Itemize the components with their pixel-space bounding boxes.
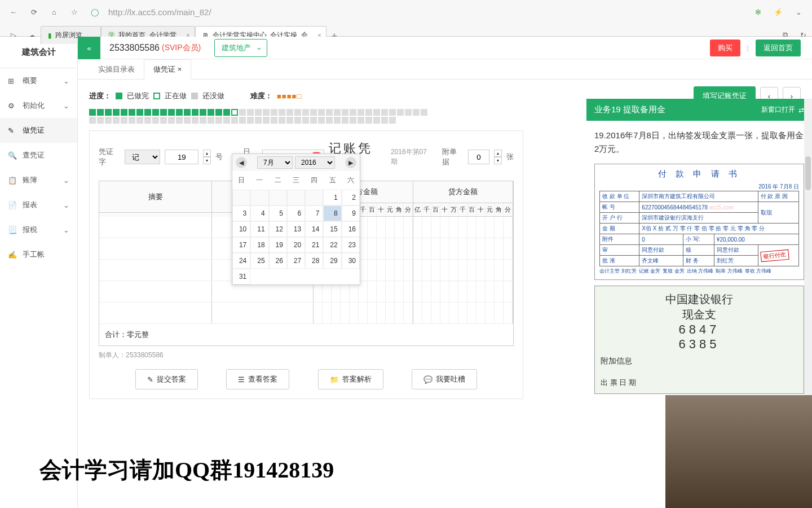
reload-button[interactable]: ⟳ [27,5,41,19]
cal-day-15[interactable]: 15 [323,221,341,237]
collapse-sidebar-button[interactable]: « [78,37,100,59]
cal-day-24[interactable]: 24 [232,253,250,269]
progress-cell[interactable] [223,109,230,116]
cal-day-14[interactable]: 14 [305,221,323,237]
cal-day-11[interactable]: 11 [250,221,268,237]
progress-cell[interactable] [129,117,135,124]
favorite-button[interactable]: ☆ [68,5,81,19]
progress-cell[interactable] [208,109,214,116]
progress-cell[interactable] [413,109,420,116]
progress-cell[interactable] [200,109,206,116]
progress-cell[interactable] [176,109,183,116]
sidebar-item-2[interactable]: ✎做凭证 [0,118,77,143]
progress-cell[interactable] [121,117,127,124]
progress-cell[interactable] [365,109,372,116]
progress-cell[interactable] [184,117,191,124]
progress-cell[interactable] [144,109,151,116]
progress-cell[interactable] [342,117,348,124]
cal-day-6[interactable]: 6 [287,205,305,221]
progress-cell[interactable] [144,117,151,124]
progress-cell[interactable] [318,109,325,116]
tab-catalog[interactable]: 实操目录表 [89,60,144,79]
progress-cell[interactable] [223,117,230,124]
sidebar-item-6[interactable]: 📃报税⌄ [0,217,77,242]
tab-voucher[interactable]: 做凭证 × [144,59,191,80]
category-select[interactable]: 建筑地产 [214,39,267,57]
chevron-down-icon[interactable]: ⌄ [792,5,805,19]
progress-cell[interactable] [302,109,309,116]
progress-cell[interactable] [263,109,270,116]
sidebar-item-7[interactable]: ✍手工帐 [0,242,77,267]
progress-cell[interactable] [247,117,254,124]
number-spinner[interactable]: ▴▾ [203,150,211,164]
cal-day-21[interactable]: 21 [305,237,323,253]
sidebar-item-3[interactable]: 🔍查凭证 [0,143,77,168]
ext1-icon[interactable]: ✻ [751,5,765,19]
progress-cell[interactable] [294,109,301,116]
progress-cell[interactable] [192,109,198,116]
open-new-window-button[interactable]: 新窗口打开 ⇄ [761,105,804,115]
progress-cell[interactable] [358,117,364,124]
cal-day-20[interactable]: 20 [287,237,305,253]
progress-cell[interactable] [294,117,301,124]
progress-cell[interactable] [397,109,404,116]
home-button[interactable]: ⌂ [47,5,61,19]
progress-cell[interactable] [231,109,238,116]
progress-cell[interactable] [263,117,270,124]
cal-day-5[interactable]: 5 [269,205,287,221]
cal-day-4[interactable]: 4 [250,205,268,221]
cal-day-31[interactable]: 31 [232,269,250,284]
progress-cell[interactable] [350,117,356,124]
feedback-button[interactable]: 💬我要吐槽 [412,369,477,389]
progress-cell[interactable] [334,117,341,124]
progress-cell[interactable] [279,109,285,116]
close-icon[interactable]: × [178,65,182,73]
progress-cell[interactable] [184,109,191,116]
progress-cell[interactable] [286,109,293,116]
progress-cell[interactable] [239,117,246,124]
cal-day-12[interactable]: 12 [269,221,287,237]
progress-cell[interactable] [350,109,356,116]
progress-cell[interactable] [326,117,333,124]
progress-cell[interactable] [318,117,325,124]
return-home-button[interactable]: 返回首页 [756,40,801,56]
progress-cell[interactable] [373,117,380,124]
back-button[interactable]: ← [7,5,20,19]
submit-answer-button[interactable]: ✎提交答案 [135,369,198,389]
progress-cell[interactable] [271,117,277,124]
progress-cell[interactable] [421,109,427,116]
progress-cell[interactable] [136,117,143,124]
progress-cell[interactable] [168,117,175,124]
buy-button[interactable]: 购买 [710,40,740,56]
progress-cell[interactable] [358,109,364,116]
ext2-icon[interactable]: ⚡ [771,5,785,19]
progress-cell[interactable] [326,109,333,116]
attach-input[interactable] [468,150,489,164]
video-thumbnail[interactable] [665,395,812,508]
cal-day-25[interactable]: 25 [250,253,268,269]
cal-day-26[interactable]: 26 [269,253,287,269]
progress-cell[interactable] [255,109,262,116]
progress-cell[interactable] [389,109,396,116]
progress-cell[interactable] [97,117,104,124]
progress-cell[interactable] [365,117,372,124]
progress-cell[interactable] [373,109,380,116]
sidebar-item-1[interactable]: ⚙初始化⌄ [0,93,77,118]
cal-day-19[interactable]: 19 [269,237,287,253]
progress-cell[interactable] [129,109,135,116]
cal-prev-button[interactable]: ◀ [236,157,247,168]
progress-cell[interactable] [405,109,412,116]
progress-cell[interactable] [271,109,277,116]
cal-day-16[interactable]: 16 [342,221,360,237]
cal-year-select[interactable]: 2016 [295,156,335,169]
cal-day-13[interactable]: 13 [287,221,305,237]
cal-day-9[interactable]: 9 [342,205,360,221]
cal-day-27[interactable]: 27 [287,253,305,269]
cal-day-22[interactable]: 22 [323,237,341,253]
progress-cell[interactable] [113,117,120,124]
voucher-number-input[interactable] [165,150,198,164]
progress-cell[interactable] [247,109,254,116]
cal-day-17[interactable]: 17 [232,237,250,253]
cal-day-3[interactable]: 3 [232,205,250,221]
progress-cell[interactable] [168,109,175,116]
